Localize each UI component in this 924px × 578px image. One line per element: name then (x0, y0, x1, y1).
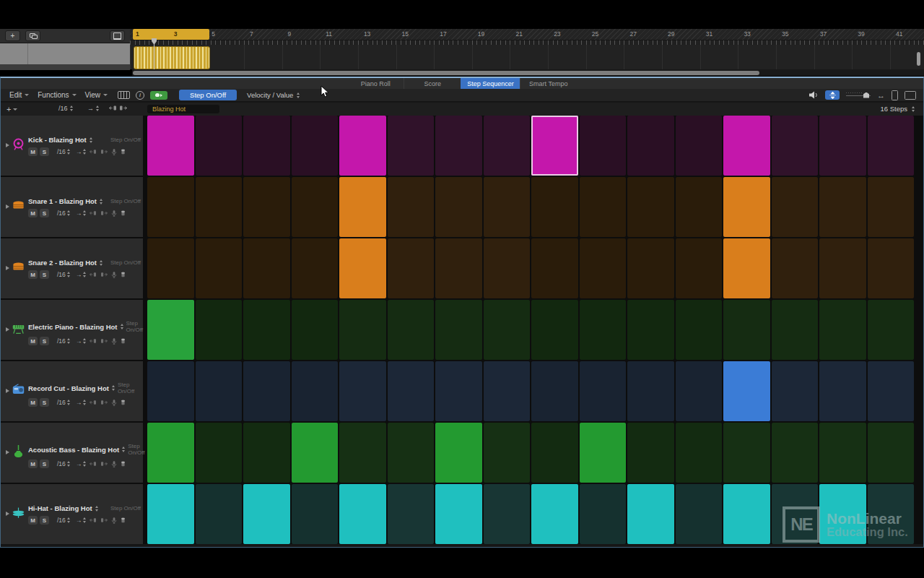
solo-button[interactable]: S (40, 460, 49, 468)
step-cell[interactable] (819, 116, 866, 176)
step-cell[interactable] (147, 484, 194, 544)
add-row-button[interactable]: + (6, 105, 17, 113)
vertical-pane-icon[interactable] (892, 90, 898, 100)
midi-in-capture-button[interactable] (150, 91, 167, 100)
step-cell[interactable] (243, 361, 290, 421)
solo-button[interactable]: S (40, 209, 49, 217)
step-cell[interactable] (196, 361, 243, 421)
row-direction-stepper[interactable]: → (76, 337, 87, 345)
rotate-right-icon[interactable] (100, 400, 108, 405)
row-direction-stepper[interactable]: → (76, 148, 87, 155)
step-cell[interactable] (147, 177, 194, 237)
row-direction-stepper[interactable]: → (76, 210, 87, 217)
step-cell[interactable] (531, 361, 578, 421)
track-header[interactable]: Snare 2 - Blazing HotStep On/OffMS/16→ (1, 238, 143, 298)
mute-button[interactable]: M (28, 398, 38, 407)
step-cell[interactable] (580, 423, 627, 483)
step-cell[interactable] (243, 116, 290, 176)
step-cell[interactable] (819, 484, 866, 544)
rotate-right-icon[interactable] (100, 149, 108, 155)
step-cell[interactable] (819, 423, 866, 483)
step-cell[interactable] (580, 116, 627, 176)
step-cell[interactable] (772, 177, 819, 237)
step-cell[interactable] (292, 300, 339, 360)
rotate-right-icon[interactable] (100, 338, 108, 344)
rotate-right-icon[interactable] (119, 105, 127, 111)
step-cell[interactable] (676, 116, 723, 176)
step-cell[interactable] (580, 300, 627, 360)
track-name[interactable]: Record Cut - Blazing Hot (28, 384, 109, 392)
step-cell[interactable] (435, 177, 482, 237)
disclosure-triangle-icon[interactable] (6, 512, 9, 516)
vertical-scrollbar-thumb[interactable] (917, 52, 920, 66)
track-name[interactable]: Snare 2 - Blazing Hot (28, 259, 97, 267)
step-cell[interactable] (868, 361, 915, 421)
disclosure-triangle-icon[interactable] (6, 143, 9, 147)
row-rate-stepper[interactable]: /16 (57, 517, 70, 524)
mute-button[interactable]: M (28, 337, 38, 345)
zoom-slider[interactable] (846, 92, 871, 99)
step-cell[interactable] (484, 484, 531, 544)
step-cell[interactable] (819, 238, 866, 298)
step-cell[interactable] (243, 177, 290, 237)
step-cell[interactable] (580, 484, 627, 544)
step-cell[interactable] (723, 238, 770, 298)
step-cell[interactable] (627, 116, 674, 176)
step-cell[interactable] (627, 484, 674, 544)
eraser-icon[interactable] (121, 271, 126, 278)
step-cell[interactable] (435, 300, 482, 360)
step-cell[interactable] (243, 484, 290, 544)
solo-button[interactable]: S (40, 270, 49, 279)
track-header[interactable]: Record Cut - Blazing HotStep On/OffMS/16… (1, 361, 143, 421)
step-cell[interactable] (196, 177, 243, 237)
horizontal-scrollbar[interactable] (132, 69, 924, 76)
row-direction-stepper[interactable]: → (76, 517, 87, 524)
step-cell[interactable] (243, 300, 290, 360)
eraser-icon[interactable] (121, 517, 126, 524)
step-cell[interactable] (388, 484, 435, 544)
disclosure-triangle-icon[interactable] (6, 389, 9, 393)
step-cell[interactable] (580, 238, 627, 298)
step-cell[interactable] (868, 238, 915, 298)
step-cell[interactable] (388, 177, 435, 237)
step-onoff-mode-button[interactable]: Step On/Off (179, 90, 237, 100)
step-cell[interactable] (819, 177, 866, 237)
step-cell[interactable] (196, 484, 243, 544)
rotate-right-icon[interactable] (100, 210, 108, 216)
eraser-icon[interactable] (121, 399, 126, 406)
edit-mode-select[interactable]: Velocity / Value (244, 91, 302, 99)
step-cell[interactable] (435, 361, 482, 421)
mic-icon[interactable] (111, 517, 117, 525)
layered-regions-icon[interactable] (25, 30, 40, 41)
eraser-icon[interactable] (121, 337, 126, 345)
step-cell[interactable] (147, 238, 194, 298)
step-cell[interactable] (388, 423, 435, 483)
track-name[interactable]: Acoustic Bass - Blazing Hot (28, 446, 119, 454)
step-cell[interactable] (627, 423, 674, 483)
step-cell[interactable] (484, 177, 531, 237)
midi-keyboard-icon[interactable] (118, 91, 130, 99)
step-cell[interactable] (627, 300, 674, 360)
step-cell[interactable] (676, 484, 723, 544)
row-rate-stepper[interactable]: /16 (57, 337, 70, 345)
step-cell[interactable] (292, 177, 339, 237)
step-cell[interactable] (484, 116, 531, 176)
step-cell[interactable] (292, 423, 339, 483)
playback-direction-stepper[interactable]: → (87, 105, 99, 112)
step-cell[interactable] (339, 116, 386, 176)
step-cell[interactable] (676, 300, 723, 360)
pattern-rate-stepper[interactable]: /16 (58, 105, 73, 112)
step-cell[interactable] (339, 361, 386, 421)
solo-button[interactable]: S (40, 337, 49, 345)
pattern-name-field[interactable]: Blazing Hot (147, 105, 219, 113)
track-header[interactable]: Hi-Hat - Blazing HotStep On/OffMS/16→ (1, 484, 143, 544)
row-direction-stepper[interactable]: → (76, 271, 87, 278)
track-header[interactable]: Kick - Blazing HotStep On/OffMS/16→ (1, 116, 143, 176)
zoom-slider-handle[interactable] (863, 92, 869, 98)
rotate-left-icon[interactable] (90, 461, 97, 467)
disclosure-triangle-icon[interactable] (6, 266, 9, 270)
step-cell[interactable] (868, 423, 915, 483)
mic-icon[interactable] (111, 210, 117, 217)
step-cell[interactable] (484, 238, 531, 298)
rotate-left-icon[interactable] (90, 338, 97, 344)
